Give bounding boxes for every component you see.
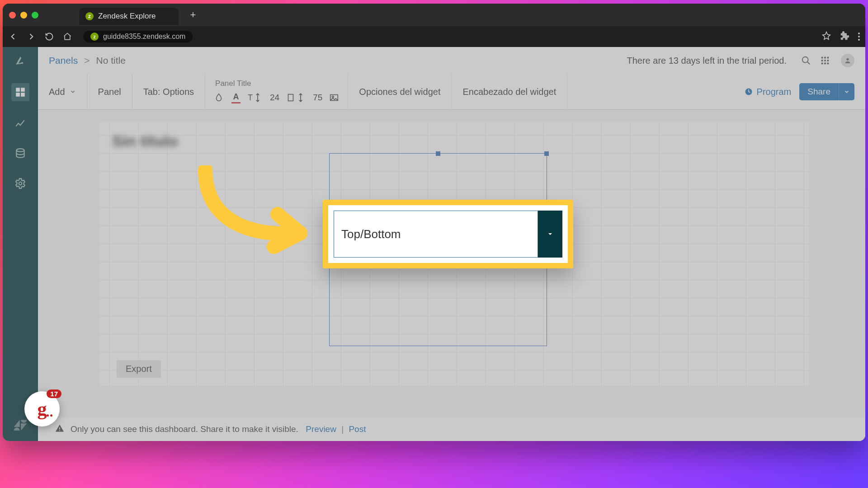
- editor-toolbar: Add Panel Tab: Options Panel Title A T 2…: [38, 74, 865, 110]
- guidde-logo-icon: g: [38, 398, 47, 420]
- export-label: Export: [126, 364, 152, 374]
- apps-grid-icon[interactable]: [820, 56, 830, 66]
- breadcrumb-root[interactable]: Panels: [49, 55, 78, 66]
- add-menu[interactable]: Add: [38, 74, 87, 109]
- svg-rect-7: [821, 57, 823, 59]
- program-label: Program: [757, 87, 792, 97]
- width-icon[interactable]: [286, 91, 306, 104]
- svg-rect-3: [21, 93, 25, 97]
- share-chevron-icon[interactable]: [839, 83, 854, 100]
- export-button[interactable]: Export: [117, 360, 161, 378]
- widget-header-button[interactable]: Encabezado del widget: [452, 74, 567, 109]
- home-button[interactable]: [62, 32, 72, 42]
- settings-icon[interactable]: [13, 176, 28, 191]
- preview-link[interactable]: Preview: [306, 424, 336, 434]
- chevron-down-icon: [70, 87, 76, 97]
- bookmark-icon[interactable]: [822, 31, 831, 42]
- queries-icon[interactable]: [13, 117, 28, 131]
- share-button[interactable]: Share: [799, 83, 854, 100]
- text-color-icon[interactable]: A: [231, 91, 241, 104]
- svg-point-16: [846, 58, 849, 61]
- font-size-value[interactable]: 24: [270, 93, 279, 103]
- widget-options-button[interactable]: Opciones del widget: [348, 74, 452, 109]
- warning-icon: [55, 424, 64, 435]
- footer-message: Only you can see this dashboard. Share i…: [71, 424, 298, 434]
- address-bar: z guidde8355.zendesk.com: [3, 26, 865, 47]
- svg-rect-14: [824, 63, 826, 65]
- dashboards-icon[interactable]: [11, 83, 29, 101]
- trial-notice: There are 13 days left in the trial peri…: [627, 56, 787, 66]
- dashboard-title-blurred: Sin título: [112, 132, 178, 150]
- browser-menu-icon[interactable]: [858, 33, 860, 41]
- svg-rect-17: [288, 94, 293, 101]
- svg-rect-13: [821, 63, 823, 65]
- highlighted-widget: Top/Bottom: [323, 200, 573, 268]
- add-label: Add: [49, 87, 65, 97]
- breadcrumb-sep: >: [84, 55, 90, 66]
- post-link[interactable]: Post: [349, 424, 366, 434]
- tab-options-label: Tab: Options: [143, 87, 194, 97]
- svg-point-5: [19, 182, 22, 185]
- svg-rect-11: [824, 60, 826, 61]
- close-window-button[interactable]: [9, 12, 16, 19]
- left-rail: [3, 47, 38, 441]
- new-tab-button[interactable]: +: [190, 9, 196, 21]
- svg-rect-9: [827, 57, 829, 59]
- width-value[interactable]: 75: [313, 93, 322, 103]
- window-controls: [9, 12, 38, 19]
- widget-title-field[interactable]: Top/Bottom: [334, 211, 538, 258]
- footer-sep: |: [339, 424, 346, 434]
- panel-button[interactable]: Panel: [87, 74, 132, 109]
- widget-dropdown-button[interactable]: [538, 211, 562, 258]
- search-icon[interactable]: [801, 56, 811, 66]
- titlebar: z Zendesk Explore +: [3, 4, 865, 26]
- tab-favicon: z: [85, 12, 94, 20]
- maximize-window-button[interactable]: [32, 12, 38, 19]
- datasets-icon[interactable]: [13, 146, 28, 161]
- svg-rect-15: [827, 63, 829, 65]
- tab-title: Zendesk Explore: [98, 12, 156, 21]
- tab-options-button[interactable]: Tab: Options: [132, 74, 205, 109]
- panel-label: Panel: [98, 87, 121, 97]
- svg-rect-0: [16, 88, 20, 92]
- svg-point-6: [802, 57, 808, 63]
- svg-rect-2: [16, 93, 20, 97]
- panel-title-group: Panel Title A T 24 75: [205, 74, 348, 109]
- annotation-arrow-icon: [187, 165, 323, 260]
- svg-rect-12: [827, 60, 829, 61]
- image-icon[interactable]: [329, 91, 340, 104]
- forward-button[interactable]: [26, 32, 36, 42]
- share-label: Share: [799, 83, 839, 100]
- breadcrumb-current: No title: [96, 55, 125, 66]
- reload-button[interactable]: [44, 32, 54, 42]
- program-button[interactable]: Program: [744, 87, 792, 97]
- app-viewport: Panels > No title There are 13 days left…: [3, 47, 865, 441]
- resize-handle-top[interactable]: [436, 151, 440, 156]
- fill-color-icon[interactable]: [213, 91, 224, 104]
- site-favicon: z: [90, 33, 99, 41]
- visibility-footer: Only you can see this dashboard. Share i…: [38, 418, 865, 441]
- browser-tab[interactable]: z Zendesk Explore: [79, 8, 179, 25]
- minimize-window-button[interactable]: [20, 12, 27, 19]
- guidde-launcher[interactable]: g 17: [24, 391, 60, 427]
- svg-rect-21: [59, 427, 60, 429]
- widget-options-label: Opciones del widget: [359, 87, 440, 97]
- extensions-icon[interactable]: [840, 31, 849, 42]
- widget-header-label: Encabezado del widget: [462, 87, 556, 97]
- panel-title-label: Panel Title: [215, 79, 340, 88]
- text-size-icon[interactable]: T: [248, 91, 263, 104]
- svg-rect-22: [59, 430, 60, 431]
- url-text: guidde8355.zendesk.com: [103, 33, 185, 41]
- explore-logo-icon[interactable]: [13, 53, 28, 68]
- user-avatar[interactable]: [841, 54, 854, 67]
- widget-title-text: Top/Bottom: [341, 227, 401, 241]
- svg-rect-10: [821, 60, 823, 61]
- resize-handle-top-right[interactable]: [544, 151, 549, 156]
- svg-point-19: [332, 96, 334, 98]
- url-field[interactable]: z guidde8355.zendesk.com: [83, 31, 193, 42]
- guidde-dots-icon: [47, 414, 52, 417]
- back-button[interactable]: [8, 32, 18, 42]
- svg-rect-1: [21, 88, 25, 92]
- guidde-badge: 17: [47, 389, 61, 398]
- page-header: Panels > No title There are 13 days left…: [38, 47, 865, 75]
